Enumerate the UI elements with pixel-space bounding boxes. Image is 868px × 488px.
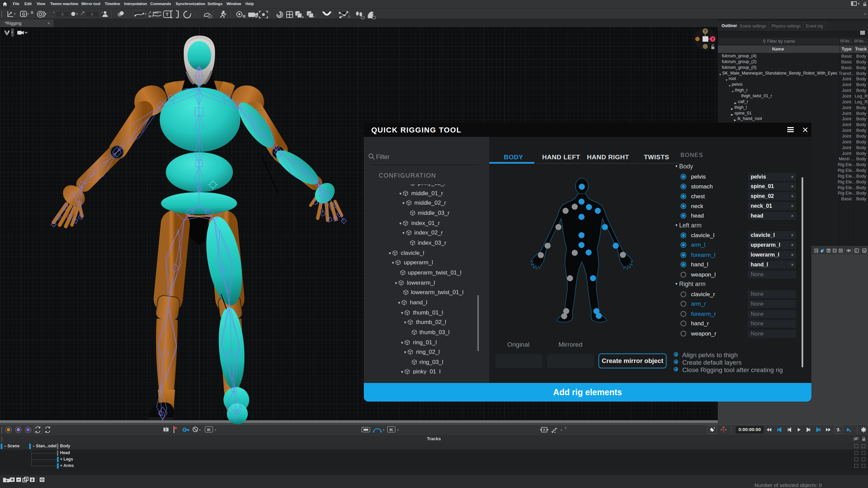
- svg-text:Y: Y: [704, 29, 707, 33]
- svg-text:R: R: [31, 11, 34, 15]
- svg-text:-: -: [53, 15, 54, 18]
- svg-text:0: 0: [91, 12, 93, 16]
- svg-text:-: -: [313, 15, 315, 19]
- svg-text:0: 0: [61, 12, 63, 16]
- svg-text:+: +: [302, 15, 304, 19]
- svg-text:X: X: [712, 37, 714, 41]
- svg-text:I: I: [856, 249, 857, 252]
- svg-text:G: G: [22, 12, 25, 17]
- svg-text:+: +: [5, 479, 7, 483]
- svg-text:T: T: [166, 12, 169, 17]
- svg-text:+: +: [53, 11, 55, 14]
- svg-text:U: U: [863, 249, 866, 252]
